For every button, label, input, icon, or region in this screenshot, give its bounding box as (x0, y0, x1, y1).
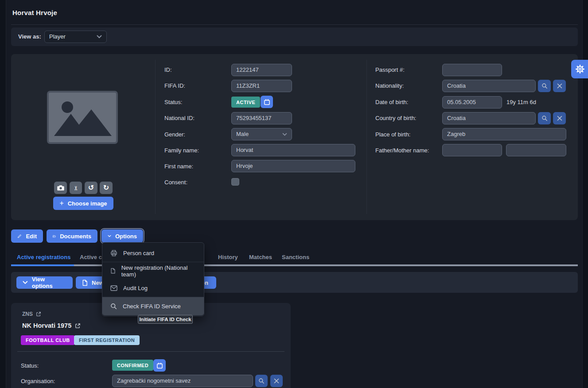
options-label: Options (115, 233, 137, 240)
tab-history[interactable]: History (218, 254, 238, 260)
passport-label: Passport #: (375, 66, 405, 73)
menu-item-new-registration-national-team[interactable]: New registration (National team) (102, 262, 204, 279)
card-organisation-clear-button[interactable] (270, 375, 283, 387)
chevron-down-icon (97, 35, 102, 39)
national-id-input[interactable]: 75293455137 (231, 112, 292, 124)
fifa-id-input[interactable]: 11Z3ZR1 (231, 80, 292, 92)
registration-type-badge: FIRST REGISTRATION (74, 335, 140, 345)
header-divider (11, 24, 578, 25)
column-divider (155, 60, 156, 214)
view-as-bar: View as: Player (11, 27, 578, 46)
passport-input[interactable] (442, 64, 502, 76)
tab-underline-active (11, 264, 74, 266)
scissors-icon: ✂ (73, 186, 79, 190)
family-name-input[interactable]: Horvat (231, 144, 355, 156)
settings-button[interactable] (571, 60, 588, 78)
column-divider-2 (366, 60, 367, 214)
nationality-label: Nationality: (375, 82, 404, 89)
country-of-birth-input[interactable]: Croatia (442, 112, 536, 124)
calendar-icon (156, 362, 163, 369)
external-link-icon[interactable] (36, 311, 41, 317)
father-name-input[interactable] (442, 144, 502, 156)
place-of-birth-label: Place of birth: (375, 131, 411, 138)
rotate-right-button[interactable]: ↻ (100, 182, 113, 194)
edit-button[interactable]: Edit (11, 229, 43, 243)
status-history-button[interactable] (261, 96, 273, 108)
nationality-clear-button[interactable] (553, 80, 566, 92)
menu-item-audit-log[interactable]: Audit Log (102, 279, 204, 297)
photo-placeholder-icon (47, 91, 118, 144)
page-root: Horvat Hrvoje View as: Player (0, 0, 588, 388)
external-link-icon[interactable] (75, 323, 81, 329)
content-container: Horvat Hrvoje View as: Player (6, 0, 583, 388)
options-menu: Person card New registration (National t… (102, 242, 204, 316)
card-status-badge: CONFIRMED (112, 360, 153, 371)
id-input[interactable]: 1222147 (231, 64, 292, 76)
status-label: Status: (164, 99, 182, 105)
tab-sanctions[interactable]: Sanctions (282, 254, 309, 260)
tab-matches[interactable]: Matches (249, 254, 272, 260)
fifa-id-label: FIFA ID: (164, 82, 185, 89)
pencil-icon (17, 233, 22, 239)
tab-underline-track (11, 264, 578, 266)
search-icon (541, 83, 548, 89)
nationality-search-button[interactable] (538, 80, 551, 92)
choose-image-button[interactable]: + Choose image (53, 197, 113, 210)
view-as-label: View as: (18, 33, 41, 40)
national-id-label: National ID: (164, 115, 195, 121)
rotate-left-button[interactable]: ↺ (85, 182, 97, 194)
folder-icon (53, 233, 56, 239)
chevron-down-icon (108, 234, 111, 238)
tab-active-registrations[interactable]: Active registrations (17, 254, 70, 260)
close-icon (557, 116, 562, 121)
rotate-right-icon: ↻ (103, 184, 109, 191)
status-badge: ACTIVE (231, 97, 260, 108)
age-text: 19y 11m 6d (506, 99, 536, 105)
edit-label: Edit (26, 233, 37, 240)
tab-active-contracts[interactable]: Active c (80, 254, 102, 260)
family-name-label: Family name: (164, 147, 199, 154)
view-options-label: View options (32, 276, 66, 289)
organisation-short-label: ZNS (22, 311, 33, 317)
menu-item-label: New registration (National team) (121, 264, 196, 278)
gender-label: Gender: (164, 131, 185, 138)
card-organisation-search-button[interactable] (255, 375, 268, 387)
father-mother-name-label: Father/Mother name: (375, 147, 429, 154)
date-of-birth-input[interactable]: 05.05.2005 (442, 96, 502, 109)
view-as-select[interactable]: Player (44, 31, 107, 43)
card-organisation-input[interactable]: Zagrebački nogometni savez (112, 375, 253, 387)
mother-name-input[interactable] (506, 144, 566, 156)
menu-item-check-fifa-id-service[interactable]: Check FIFA ID Service (102, 297, 204, 315)
id-label: ID: (164, 66, 172, 73)
country-of-birth-search-button[interactable] (538, 112, 551, 124)
country-of-birth-clear-button[interactable] (553, 112, 566, 124)
fifa-check-tooltip: Initiate FIFA ID Check (138, 315, 193, 324)
profile-panel: ✂ ↺ ↻ + Choose image ID: 1222147 FIFA ID… (11, 54, 578, 220)
camera-button[interactable] (54, 182, 67, 194)
place-of-birth-input[interactable]: Zagreb (442, 128, 566, 140)
consent-label: Consent: (164, 179, 187, 186)
menu-item-person-card[interactable]: Person card (102, 244, 204, 262)
documents-button[interactable]: Documents (47, 229, 97, 243)
club-name: NK Horvati 1975 (22, 322, 71, 329)
nationality-input[interactable]: Croatia (442, 80, 536, 92)
envelope-icon (110, 285, 117, 291)
search-icon (110, 303, 117, 310)
gender-select[interactable]: Male (231, 128, 292, 140)
plus-icon: + (59, 199, 63, 207)
country-of-birth-label: Country of birth: (375, 115, 417, 121)
view-as-value: Player (49, 31, 66, 43)
printer-icon (110, 250, 117, 256)
menu-item-label: Audit Log (123, 285, 148, 291)
camera-icon (57, 185, 64, 191)
first-name-input[interactable]: Hrvoje (231, 160, 355, 172)
card-status-history-button[interactable] (153, 359, 166, 372)
close-icon (274, 378, 279, 384)
consent-checkbox[interactable] (231, 178, 239, 186)
choose-image-label: Choose image (68, 200, 107, 207)
options-button[interactable]: Options (101, 229, 143, 243)
view-options-button[interactable]: View options (16, 276, 73, 289)
search-icon (258, 378, 265, 384)
first-name-label: First name: (164, 163, 193, 170)
crop-button[interactable]: ✂ (70, 182, 82, 194)
